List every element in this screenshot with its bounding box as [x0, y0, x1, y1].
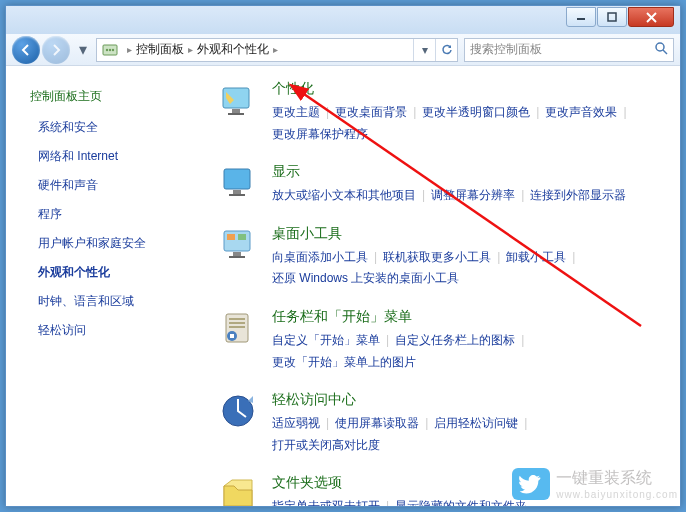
sidebar: 控制面板主页 系统和安全网络和 Internet硬件和声音程序用户帐户和家庭安全…: [6, 66, 204, 506]
address-dropdown[interactable]: ▾: [413, 39, 435, 61]
chevron-right-icon[interactable]: ▸: [184, 44, 197, 55]
breadcrumb-current[interactable]: 外观和个性化: [197, 41, 269, 58]
main-content: 个性化更改主题|更改桌面背景|更改半透明窗口颜色|更改声音效果|更改屏幕保护程序…: [204, 66, 680, 506]
category-link[interactable]: 更改「开始」菜单上的图片: [272, 355, 416, 369]
search-icon[interactable]: [654, 41, 668, 58]
category-links: 指定单击或双击打开|显示隐藏的文件和文件夹: [272, 496, 670, 506]
sidebar-item[interactable]: 硬件和声音: [14, 171, 204, 200]
category-icon[interactable]: [218, 391, 258, 431]
category: 任务栏和「开始」菜单自定义「开始」菜单|自定义任务栏上的图标|更改「开始」菜单上…: [218, 308, 670, 373]
category-title[interactable]: 轻松访问中心: [272, 391, 356, 409]
category-links: 适应弱视|使用屏幕读取器|启用轻松访问键|打开或关闭高对比度: [272, 413, 670, 456]
chevron-right-icon[interactable]: ▸: [123, 44, 136, 55]
svg-rect-17: [233, 252, 241, 256]
svg-rect-24: [229, 326, 245, 328]
sidebar-item[interactable]: 网络和 Internet: [14, 142, 204, 171]
svg-point-5: [106, 48, 108, 50]
sidebar-item[interactable]: 时钟、语言和区域: [14, 287, 204, 316]
category-title[interactable]: 文件夹选项: [272, 474, 342, 492]
back-button[interactable]: [12, 36, 40, 64]
breadcrumb-root[interactable]: 控制面板: [136, 41, 184, 58]
titlebar: [6, 6, 680, 34]
control-panel-icon: [101, 41, 119, 59]
sidebar-item[interactable]: 外观和个性化: [14, 258, 204, 287]
chevron-right-icon[interactable]: ▸: [269, 44, 282, 55]
category-title[interactable]: 个性化: [272, 80, 314, 98]
maximize-button[interactable]: [597, 7, 627, 27]
category-links: 放大或缩小文本和其他项目|调整屏幕分辨率|连接到外部显示器: [272, 185, 670, 207]
category-link[interactable]: 连接到外部显示器: [530, 188, 626, 202]
category-icon[interactable]: [218, 225, 258, 265]
category-links: 更改主题|更改桌面背景|更改半透明窗口颜色|更改声音效果|更改屏幕保护程序: [272, 102, 670, 145]
category-link[interactable]: 自定义「开始」菜单: [272, 333, 380, 347]
svg-rect-11: [232, 109, 240, 113]
sidebar-item[interactable]: 用户帐户和家庭安全: [14, 229, 204, 258]
svg-point-7: [112, 48, 114, 50]
category-link[interactable]: 向桌面添加小工具: [272, 250, 368, 264]
category-link[interactable]: 适应弱视: [272, 416, 320, 430]
category-title[interactable]: 显示: [272, 163, 300, 181]
category-link[interactable]: 还原 Windows 上安装的桌面小工具: [272, 271, 459, 285]
sidebar-home[interactable]: 控制面板主页: [14, 84, 204, 113]
svg-rect-26: [230, 334, 234, 338]
category: 显示放大或缩小文本和其他项目|调整屏幕分辨率|连接到外部显示器: [218, 163, 670, 207]
category: 桌面小工具向桌面添加小工具|联机获取更多小工具|卸载小工具|还原 Windows…: [218, 225, 670, 290]
svg-rect-14: [233, 190, 241, 194]
svg-point-8: [656, 43, 664, 51]
svg-rect-15: [229, 194, 245, 196]
svg-rect-1: [608, 13, 616, 21]
category-title[interactable]: 桌面小工具: [272, 225, 342, 243]
category-link[interactable]: 启用轻松访问键: [434, 416, 518, 430]
category-link[interactable]: 卸载小工具: [506, 250, 566, 264]
svg-rect-22: [229, 318, 245, 320]
category-link[interactable]: 更改主题: [272, 105, 320, 119]
category: 轻松访问中心适应弱视|使用屏幕读取器|启用轻松访问键|打开或关闭高对比度: [218, 391, 670, 456]
category-link[interactable]: 更改屏幕保护程序: [272, 127, 368, 141]
category-icon[interactable]: [218, 163, 258, 203]
category-title[interactable]: 任务栏和「开始」菜单: [272, 308, 412, 326]
category: 个性化更改主题|更改桌面背景|更改半透明窗口颜色|更改声音效果|更改屏幕保护程序: [218, 80, 670, 145]
sidebar-item[interactable]: 系统和安全: [14, 113, 204, 142]
category-link[interactable]: 打开或关闭高对比度: [272, 438, 380, 452]
category-icon[interactable]: [218, 308, 258, 348]
svg-rect-20: [238, 234, 246, 240]
category-link[interactable]: 更改半透明窗口颜色: [422, 105, 530, 119]
minimize-button[interactable]: [566, 7, 596, 27]
category-link[interactable]: 联机获取更多小工具: [383, 250, 491, 264]
svg-line-9: [663, 50, 667, 54]
search-input[interactable]: 搜索控制面板: [464, 38, 674, 62]
svg-point-6: [109, 48, 111, 50]
category-links: 向桌面添加小工具|联机获取更多小工具|卸载小工具|还原 Windows 上安装的…: [272, 247, 670, 290]
address-bar[interactable]: ▸ 控制面板 ▸ 外观和个性化 ▸ ▾: [96, 38, 458, 62]
nav-toolbar: ▾ ▸ 控制面板 ▸ 外观和个性化 ▸ ▾ 搜索控制面板: [6, 34, 680, 66]
category-links: 自定义「开始」菜单|自定义任务栏上的图标|更改「开始」菜单上的图片: [272, 330, 670, 373]
sidebar-item[interactable]: 轻松访问: [14, 316, 204, 345]
sidebar-item[interactable]: 程序: [14, 200, 204, 229]
refresh-button[interactable]: [435, 39, 457, 61]
category-link[interactable]: 显示隐藏的文件和文件夹: [395, 499, 527, 506]
history-dropdown[interactable]: ▾: [76, 40, 90, 60]
forward-button: [42, 36, 70, 64]
category-link[interactable]: 更改声音效果: [545, 105, 617, 119]
svg-rect-23: [229, 322, 245, 324]
category-icon[interactable]: [218, 80, 258, 120]
category-link[interactable]: 更改桌面背景: [335, 105, 407, 119]
svg-rect-19: [227, 234, 235, 240]
close-button[interactable]: [628, 7, 674, 27]
category-link[interactable]: 自定义任务栏上的图标: [395, 333, 515, 347]
svg-rect-18: [229, 256, 245, 258]
category-link[interactable]: 放大或缩小文本和其他项目: [272, 188, 416, 202]
search-placeholder: 搜索控制面板: [470, 41, 542, 58]
svg-rect-13: [224, 169, 250, 189]
category-link[interactable]: 调整屏幕分辨率: [431, 188, 515, 202]
category-link[interactable]: 指定单击或双击打开: [272, 499, 380, 506]
category-icon[interactable]: [218, 474, 258, 506]
svg-rect-12: [228, 113, 244, 115]
category-link[interactable]: 使用屏幕读取器: [335, 416, 419, 430]
category: 文件夹选项指定单击或双击打开|显示隐藏的文件和文件夹: [218, 474, 670, 506]
